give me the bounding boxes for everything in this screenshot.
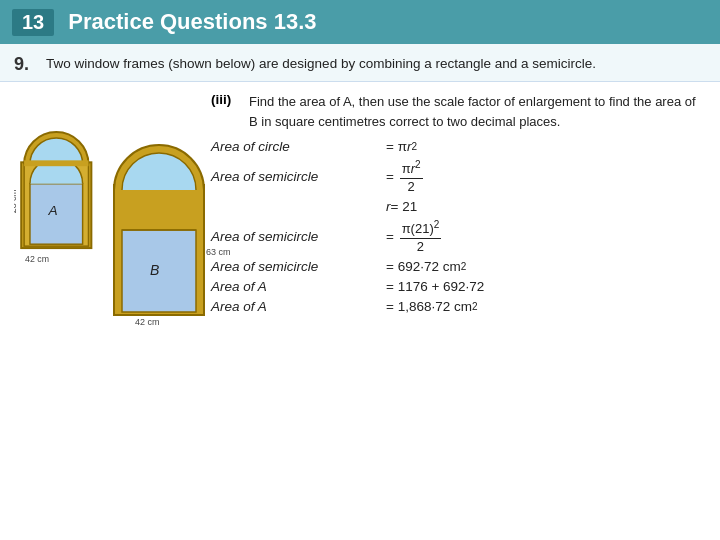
math-row-area-a-1: Area of A = 1176 + 692·72 [211,279,706,294]
illustration: A 42 cm 28 cm B 42 cm 63 cm [14,92,199,319]
label-area-a-1: Area of A [211,279,386,294]
math-row-area-a-2: Area of A = 1,868·72 cm2 [211,299,706,314]
eq-semicircle-3: = 692·72 cm2 [386,259,466,274]
main-content: A 42 cm 28 cm B 42 cm 63 cm [0,82,720,319]
eq-semicircle-1: = πr2 2 [386,159,425,194]
eq-circle: = πr2 [386,139,417,154]
eq-area-a-2: = 1,868·72 cm2 [386,299,478,314]
header-number: 13 [12,9,54,36]
part-header-row: (iii) Find the area of A, then use the s… [211,92,706,131]
question-text: Two window frames (shown below) are desi… [46,54,596,74]
label-semicircle-2: Area of semicircle [211,229,386,244]
eq-semicircle-2: = π(21)2 2 [386,219,443,254]
question-number: 9. [14,54,36,75]
eq-r: r = 21 [386,199,417,214]
part-label: (iii) [211,92,249,107]
question-row: 9. Two window frames (shown below) are d… [0,44,720,82]
svg-text:28 cm: 28 cm [14,189,18,213]
math-row-r: r = 21 [386,199,706,214]
label-area-a-2: Area of A [211,299,386,314]
svg-text:42 cm: 42 cm [25,254,49,264]
fraction-1: πr2 2 [400,159,423,194]
label-semicircle-3: Area of semicircle [211,259,386,274]
frame-b-svg: B 42 cm 63 cm [110,125,230,335]
math-row-semicircle-3: Area of semicircle = 692·72 cm2 [211,259,706,274]
math-row-circle: Area of circle = πr2 [211,139,706,154]
svg-text:B: B [150,262,159,278]
svg-text:42 cm: 42 cm [135,317,160,327]
fraction-2: π(21)2 2 [400,219,442,254]
header-title: Practice Questions 13.3 [68,9,316,35]
svg-text:63 cm: 63 cm [206,247,230,257]
label-circle: Area of circle [211,139,386,154]
label-semicircle-1: Area of semicircle [211,169,386,184]
svg-text:A: A [47,203,57,218]
header: 13 Practice Questions 13.3 [0,0,720,44]
svg-rect-3 [24,160,88,166]
math-row-semicircle-2: Area of semicircle = π(21)2 2 [211,219,706,254]
math-row-semicircle-1: Area of semicircle = πr2 2 [211,159,706,194]
part-desc: Find the area of A, then use the scale f… [249,92,706,131]
eq-area-a-1: = 1176 + 692·72 [386,279,484,294]
part-content: (iii) Find the area of A, then use the s… [211,92,706,319]
